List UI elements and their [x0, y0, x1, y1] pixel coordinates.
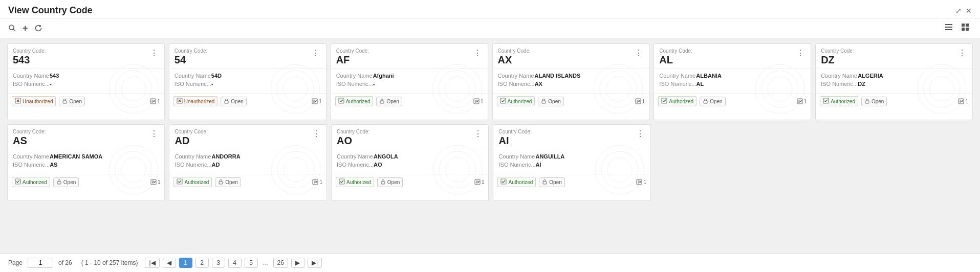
auth-badge[interactable]: Unauthorized: [173, 96, 217, 106]
card-menu-button[interactable]: ⋮: [149, 129, 159, 139]
edit-badge[interactable]: 1: [150, 98, 160, 104]
card-menu-button[interactable]: ⋮: [635, 129, 645, 139]
edit-badge[interactable]: 1: [636, 179, 646, 185]
edit-num: 1: [481, 99, 484, 104]
card-header-left: Country Code: AF: [336, 48, 369, 66]
svg-rect-20: [225, 101, 228, 103]
country-name-label: Country Name: [498, 153, 535, 160]
add-icon[interactable]: +: [23, 23, 28, 34]
page-3-button[interactable]: 3: [212, 258, 225, 268]
iso-value: AI: [536, 162, 541, 168]
card-menu-button[interactable]: ⋮: [473, 129, 483, 139]
open-badge[interactable]: Open: [538, 97, 563, 106]
card-al: Country Code: AL ⋮ Country Name ALBANIA …: [654, 43, 811, 120]
card-menu-button[interactable]: ⋮: [795, 48, 805, 58]
open-badge[interactable]: Open: [700, 97, 725, 106]
header: View Country Code ⤢ ✕: [0, 0, 980, 18]
open-badge[interactable]: Open: [539, 177, 564, 187]
country-name-field: Country Name ALAND ISLANDS: [498, 73, 644, 79]
card-body: Country Name 54D ISO Numeric... -: [169, 69, 326, 91]
card-menu-button[interactable]: ⋮: [472, 48, 483, 58]
auth-badge[interactable]: Unauthorized: [12, 96, 56, 106]
edit-badge[interactable]: 1: [312, 98, 322, 104]
expand-icon[interactable]: ⤢: [955, 7, 962, 15]
open-badge[interactable]: Open: [376, 97, 402, 106]
close-icon[interactable]: ✕: [966, 7, 972, 15]
auth-badge[interactable]: Authorized: [173, 177, 212, 187]
svg-rect-56: [219, 182, 223, 184]
svg-rect-6: [966, 24, 969, 27]
refresh-icon[interactable]: [34, 24, 42, 32]
card-menu-button[interactable]: ⋮: [957, 48, 967, 58]
open-badge[interactable]: Open: [59, 97, 84, 106]
auth-badge[interactable]: Authorized: [820, 96, 858, 106]
page-26-button[interactable]: 26: [273, 258, 288, 268]
country-name-value: 543: [50, 73, 59, 79]
edit-badge[interactable]: 1: [635, 98, 645, 104]
list-view-button[interactable]: [942, 21, 955, 35]
auth-badge[interactable]: Authorized: [335, 96, 374, 106]
auth-label: Authorized: [508, 99, 532, 104]
page-input[interactable]: [28, 258, 53, 268]
card-footer: Authorized Open 1: [8, 174, 164, 190]
code-value: AI: [498, 134, 531, 147]
page-5-button[interactable]: 5: [245, 258, 258, 268]
card-header-left: Country Code: 543: [13, 48, 46, 66]
auth-icon: [177, 178, 183, 186]
card-ad: Country Code: AD ⋮ Country Name ANDORRA …: [169, 124, 327, 201]
lock-icon: [864, 98, 870, 105]
country-name-field: Country Name ALGERIA: [821, 73, 967, 79]
card-header: Country Code: 54 ⋮: [169, 44, 326, 69]
iso-value: AD: [212, 162, 220, 168]
first-page-button[interactable]: |◀: [145, 258, 159, 268]
card-menu-button[interactable]: ⋮: [634, 48, 644, 58]
auth-badge[interactable]: Authorized: [497, 177, 536, 187]
country-name-value: ALBANIA: [696, 73, 722, 79]
page-4-button[interactable]: 4: [228, 258, 242, 268]
app-container: View Country Code ⤢ ✕ +: [0, 0, 980, 272]
edit-badge[interactable]: 1: [797, 98, 807, 104]
edit-badge[interactable]: 1: [474, 179, 485, 185]
cards-row2: Country Code: AS ⋮ Country Name AMERICAN…: [7, 124, 651, 201]
search-icon[interactable]: [8, 24, 16, 32]
auth-badge[interactable]: Authorized: [336, 177, 374, 187]
open-badge[interactable]: Open: [221, 97, 246, 106]
open-badge[interactable]: Open: [215, 177, 241, 187]
edit-badge[interactable]: 1: [473, 98, 484, 104]
open-label: Open: [63, 179, 76, 185]
edit-badge[interactable]: 1: [150, 179, 161, 185]
page-1-button[interactable]: 1: [179, 258, 192, 268]
auth-badge[interactable]: Authorized: [497, 96, 535, 106]
grid-view-button[interactable]: [959, 21, 972, 35]
edit-badge[interactable]: 1: [312, 179, 322, 185]
open-badge[interactable]: Open: [377, 177, 403, 187]
card-body: Country Name ANGOLA ISO Numeric... AO: [332, 149, 489, 172]
card-body: Country Name ANGUILLA ISO Numeric... AI: [493, 149, 650, 172]
last-page-button[interactable]: ▶|: [308, 258, 322, 268]
card-as: Country Code: AS ⋮ Country Name AMERICAN…: [7, 124, 165, 201]
iso-label: ISO Numeric...: [498, 162, 535, 168]
open-badge[interactable]: Open: [53, 177, 79, 187]
code-value: DZ: [821, 54, 854, 66]
card-body: Country Name AMERICAN SAMOA ISO Numeric.…: [8, 149, 164, 172]
auth-badge[interactable]: Authorized: [12, 177, 50, 187]
auth-label: Authorized: [508, 179, 533, 185]
page-2-button[interactable]: 2: [195, 258, 209, 268]
lock-icon: [379, 98, 385, 105]
card-header: Country Code: AI ⋮: [493, 125, 650, 149]
auth-badge[interactable]: Authorized: [658, 96, 696, 106]
open-label: Open: [872, 99, 884, 104]
country-name-label: Country Name: [821, 73, 858, 79]
edit-num: 1: [804, 99, 807, 104]
card-menu-button[interactable]: ⋮: [311, 129, 321, 139]
code-value: AX: [498, 54, 531, 66]
card-menu-button[interactable]: ⋮: [149, 48, 159, 58]
iso-field: ISO Numeric... AI: [498, 162, 645, 168]
edit-badge[interactable]: 1: [958, 98, 968, 104]
prev-page-button[interactable]: ◀: [163, 258, 176, 268]
view-toggle: [942, 21, 972, 35]
open-badge[interactable]: Open: [861, 97, 887, 106]
next-page-button[interactable]: ▶: [291, 258, 304, 268]
card-menu-button[interactable]: ⋮: [311, 48, 321, 58]
edit-num: 1: [158, 179, 161, 185]
